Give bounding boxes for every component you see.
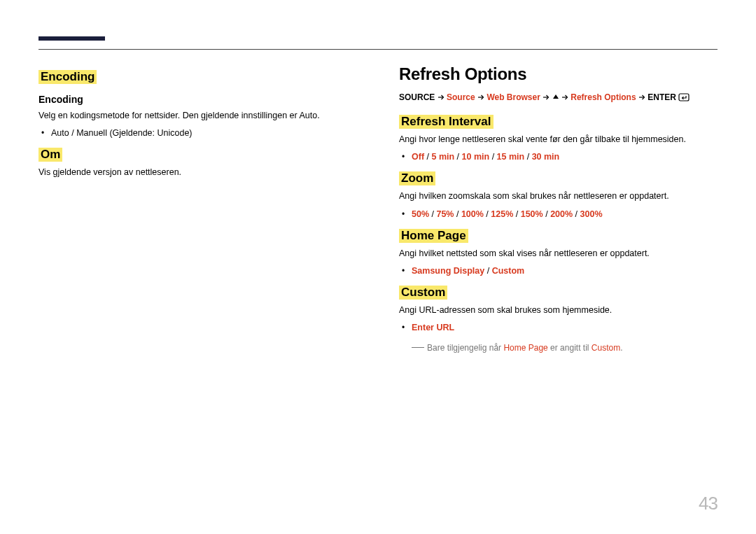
arrow-right-icon	[542, 92, 550, 104]
encoding-options-list: Auto / Manuell (Gjeldende: Unicode)	[38, 126, 357, 141]
refresh-interval-description: Angi hvor lenge nettleseren skal vente f…	[399, 133, 718, 146]
right-column: Refresh Options SOURCE Source Web Browse…	[399, 64, 718, 353]
refresh-options-title: Refresh Options	[399, 64, 718, 84]
svg-marker-3	[553, 94, 559, 99]
encoding-heading-text: Encoding	[38, 70, 97, 84]
separator: /	[513, 209, 520, 219]
opt-30min: 30 min	[532, 152, 560, 162]
zoom-heading-text: Zoom	[399, 171, 435, 185]
path-web-browser: Web Browser	[486, 92, 540, 102]
svg-rect-6	[679, 94, 689, 101]
page-number: 43	[699, 493, 718, 514]
encoding-option: Auto / Manuell (Gjeldende: Unicode)	[51, 126, 357, 141]
refresh-interval-options: Off / 5 min / 10 min / 15 min / 30 min	[399, 150, 718, 164]
separator: /	[543, 209, 550, 219]
custom-heading-text: Custom	[399, 286, 447, 300]
opt-off: Off	[412, 152, 424, 162]
separator: /	[484, 266, 491, 276]
note-home-page: Home Page	[503, 343, 547, 353]
note-text-mid: er angitt til	[548, 343, 592, 353]
note-text-post: .	[620, 343, 622, 353]
custom-options: Enter URL	[399, 321, 718, 335]
path-source: SOURCE	[399, 92, 435, 102]
opt-125: 125%	[491, 209, 513, 219]
opt-enter-url: Enter URL	[412, 323, 454, 332]
menu-path: SOURCE Source Web Browser Refresh Option…	[399, 91, 718, 105]
separator: /	[484, 209, 491, 219]
custom-description: Angi URL-adressen som skal brukes som hj…	[399, 304, 718, 316]
up-triangle-icon	[552, 92, 559, 102]
opt-15min: 15 min	[497, 152, 525, 162]
separator: /	[489, 152, 496, 162]
home-page-heading-text: Home Page	[399, 229, 468, 243]
home-page-options: Samsung Display / Custom	[399, 264, 718, 279]
refresh-interval-heading-text: Refresh Interval	[399, 115, 493, 129]
opt-200: 200%	[550, 209, 573, 219]
header-rule	[38, 49, 718, 50]
opt-5min: 5 min	[431, 152, 454, 162]
opt-150: 150%	[521, 209, 543, 219]
path-source-red: Source	[447, 92, 475, 102]
om-heading: Om	[38, 148, 357, 162]
refresh-interval-option-row: Off / 5 min / 10 min / 15 min / 30 min	[412, 150, 718, 164]
encoding-description: Velg en kodingsmetode for nettsider. Den…	[38, 109, 357, 122]
opt-10min: 10 min	[462, 152, 490, 162]
note-custom: Custom	[592, 343, 620, 353]
arrow-right-icon	[438, 92, 444, 104]
custom-option-row: Enter URL	[412, 321, 718, 335]
encoding-subheading: Encoding	[38, 94, 357, 105]
note-text-pre: Bare tilgjengelig når	[427, 343, 503, 353]
separator: /	[424, 152, 431, 162]
opt-samsung-display: Samsung Display	[412, 266, 484, 276]
content-columns: Encoding Encoding Velg en kodingsmetode …	[38, 64, 718, 353]
path-refresh-options: Refresh Options	[570, 92, 636, 102]
left-column: Encoding Encoding Velg en kodingsmetode …	[38, 64, 364, 353]
refresh-interval-heading: Refresh Interval	[399, 115, 718, 129]
opt-100: 100%	[461, 209, 484, 219]
zoom-option-row: 50% / 75% / 100% / 125% / 150% / 200% / …	[412, 207, 718, 222]
arrow-right-icon	[477, 92, 484, 104]
opt-300: 300%	[580, 209, 603, 219]
encoding-heading: Encoding	[38, 70, 357, 84]
home-page-option-row: Samsung Display / Custom	[412, 264, 718, 279]
separator: /	[573, 209, 580, 219]
custom-heading: Custom	[399, 286, 718, 300]
arrow-right-icon	[561, 92, 568, 104]
separator: /	[454, 209, 461, 219]
enter-icon	[678, 92, 690, 105]
separator: /	[524, 152, 531, 162]
zoom-description: Angi hvilken zoomskala som skal brukes n…	[399, 190, 718, 202]
arrow-right-icon	[638, 92, 645, 104]
note-dash-icon	[412, 347, 424, 348]
opt-75: 75%	[436, 209, 454, 219]
om-description: Vis gjeldende versjon av nettleseren.	[38, 166, 357, 178]
home-page-heading: Home Page	[399, 229, 718, 243]
path-enter: ENTER	[648, 92, 676, 102]
manual-page: Encoding Encoding Velg en kodingsmetode …	[0, 0, 756, 534]
header-accent-bar	[38, 36, 105, 41]
home-page-description: Angi hvilket nettsted som skal vises når…	[399, 247, 718, 260]
zoom-heading: Zoom	[399, 171, 718, 185]
opt-50: 50%	[412, 209, 429, 219]
zoom-options: 50% / 75% / 100% / 125% / 150% / 200% / …	[399, 207, 718, 222]
custom-note: Bare tilgjengelig når Home Page er angit…	[412, 343, 718, 353]
om-heading-text: Om	[38, 148, 62, 162]
opt-custom: Custom	[492, 266, 525, 276]
separator: /	[454, 152, 461, 162]
separator: /	[429, 209, 436, 219]
